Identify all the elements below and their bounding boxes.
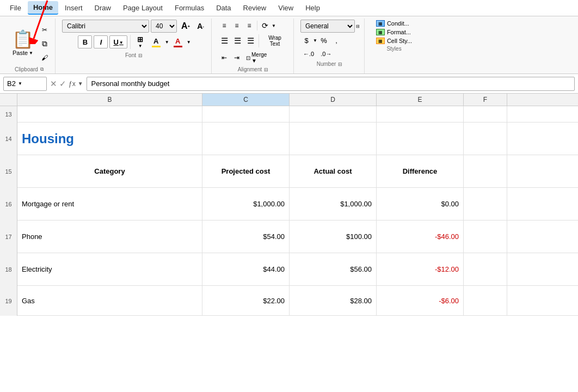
format-painter-button[interactable]: 🖌 [39, 52, 51, 64]
menu-view[interactable]: View [273, 2, 299, 14]
insert-function-icon[interactable]: ƒx [69, 80, 76, 88]
col-header-b[interactable]: B [17, 94, 202, 106]
orientation-dropdown[interactable]: ▼ [272, 23, 276, 28]
cell-d15[interactable]: Actual cost [290, 155, 377, 187]
cell-d19[interactable]: $28.00 [290, 286, 377, 315]
cell-d14[interactable] [290, 122, 377, 155]
percent-button[interactable]: % [318, 34, 330, 46]
cell-d18[interactable]: $56.00 [290, 253, 377, 285]
wrap-text-button[interactable]: Wrap Text [261, 33, 289, 48]
cell-c15[interactable]: Projected cost [202, 155, 290, 187]
cell-f18[interactable] [464, 253, 507, 285]
cell-b14[interactable]: Housing [17, 122, 202, 155]
align-top-left-button[interactable]: ≡ [218, 20, 230, 32]
cell-e14[interactable] [377, 122, 464, 155]
col-header-d[interactable]: D [290, 94, 377, 106]
italic-button[interactable]: I [94, 35, 108, 48]
confirm-formula-icon[interactable]: ✓ [59, 79, 66, 89]
cut-button[interactable]: ✂ [39, 24, 51, 36]
copy-button[interactable]: ⧉ [39, 38, 51, 50]
cell-b13[interactable] [17, 106, 202, 122]
cell-e16[interactable]: $0.00 [377, 188, 464, 220]
cell-f17[interactable] [464, 220, 507, 253]
align-right-button[interactable]: ☰ [244, 34, 257, 47]
number-expand-icon[interactable]: ⊟ [337, 62, 343, 67]
bold-button[interactable]: B [78, 35, 92, 48]
merge-center-button[interactable]: ⊡ Merge ▼ [243, 50, 276, 65]
increase-indent-button[interactable]: ⇥ [231, 52, 243, 64]
align-top-center-button[interactable]: ≡ [231, 20, 243, 32]
align-top-right-button[interactable]: ≡ [243, 20, 255, 32]
cell-d16[interactable]: $1,000.00 [290, 188, 377, 220]
fill-color-button[interactable]: A [149, 35, 163, 49]
font-name-select[interactable]: Calibri [62, 20, 149, 33]
menu-file[interactable]: File [4, 2, 27, 14]
cell-b19[interactable]: Gas [17, 286, 202, 315]
cell-b18[interactable]: Electricity [17, 253, 202, 285]
accounting-button[interactable]: $ [300, 34, 312, 46]
number-format-select[interactable]: General [300, 20, 355, 33]
formula-bar-arrow[interactable]: ▼ [78, 81, 83, 87]
decrease-decimal-button[interactable]: ←.0 [300, 48, 317, 60]
cell-c19[interactable]: $22.00 [202, 286, 290, 315]
cell-c14[interactable] [202, 122, 290, 155]
cell-e19[interactable]: -$6.00 [377, 286, 464, 315]
menu-pagelayout[interactable]: Page Layout [118, 2, 168, 14]
menu-data[interactable]: Data [211, 2, 236, 14]
paste-button[interactable]: 📋 Paste ▼ [9, 28, 37, 57]
cell-ref-dropdown-icon[interactable]: ▼ [18, 81, 22, 86]
cell-d13[interactable] [290, 106, 377, 122]
cell-styles-button[interactable]: ▦ Cell Sty... [374, 37, 414, 45]
decrease-indent-button[interactable]: ⇤ [218, 52, 230, 64]
formula-input[interactable] [87, 77, 575, 91]
conditional-formatting-button[interactable]: ▦ Condit... [374, 20, 414, 27]
font-size-select[interactable]: 40 [151, 20, 177, 33]
cell-reference-box[interactable]: B2 ▼ [3, 77, 47, 91]
align-left-button[interactable]: ☰ [218, 34, 231, 47]
clipboard-expand-icon[interactable]: ⧉ [39, 66, 45, 72]
font-color-dropdown[interactable]: ▼ [187, 40, 191, 45]
cancel-formula-icon[interactable]: ✕ [50, 79, 57, 89]
col-header-e[interactable]: E [377, 94, 464, 106]
accounting-dropdown[interactable]: ▼ [313, 38, 317, 43]
cell-e18[interactable]: -$12.00 [377, 253, 464, 285]
cell-c16[interactable]: $1,000.00 [202, 188, 290, 220]
align-center-button[interactable]: ☰ [231, 34, 244, 47]
font-expand-icon[interactable]: ⊟ [137, 53, 144, 58]
underline-button[interactable]: U ▼ [109, 35, 127, 48]
fill-color-dropdown[interactable]: ▼ [165, 40, 169, 45]
font-shrink-button[interactable]: A- [194, 20, 207, 32]
comma-button[interactable]: , [330, 34, 342, 46]
menu-insert[interactable]: Insert [59, 2, 88, 14]
cell-f13[interactable] [464, 106, 507, 122]
format-as-table-button[interactable]: ▦ Format... [374, 28, 414, 36]
alignment-expand-icon[interactable]: ⊟ [263, 67, 269, 72]
cell-b15[interactable]: Category [17, 155, 202, 187]
orientation-button[interactable]: ⟳ [259, 20, 271, 32]
menu-draw[interactable]: Draw [89, 2, 116, 14]
cell-f16[interactable] [464, 188, 507, 220]
col-header-f[interactable]: F [464, 94, 507, 106]
cell-e13[interactable] [377, 106, 464, 122]
cell-f15[interactable] [464, 155, 507, 187]
border-button[interactable]: ⊞ ▼ [133, 34, 147, 50]
menu-help[interactable]: Help [300, 2, 325, 14]
increase-decimal-button[interactable]: .0→ [318, 48, 334, 60]
cell-f14[interactable] [464, 122, 507, 155]
cell-c17[interactable]: $54.00 [202, 220, 290, 253]
cell-c13[interactable] [202, 106, 290, 122]
number-format-dropdown[interactable]: ⊟ [356, 24, 360, 29]
menu-formulas[interactable]: Formulas [169, 2, 210, 14]
cell-c18[interactable]: $44.00 [202, 253, 290, 285]
cell-b17[interactable]: Phone [17, 220, 202, 253]
cell-f19[interactable] [464, 286, 507, 315]
cell-d17[interactable]: $100.00 [290, 220, 377, 253]
cell-e15[interactable]: Difference [377, 155, 464, 187]
cell-b16[interactable]: Mortgage or rent [17, 188, 202, 220]
menu-home[interactable]: Home [28, 1, 58, 15]
menu-review[interactable]: Review [238, 2, 272, 14]
font-grow-button[interactable]: A+ [179, 20, 193, 33]
col-header-c[interactable]: C [202, 94, 290, 106]
font-color-button[interactable]: A [171, 35, 185, 49]
cell-e17[interactable]: -$46.00 [377, 220, 464, 253]
